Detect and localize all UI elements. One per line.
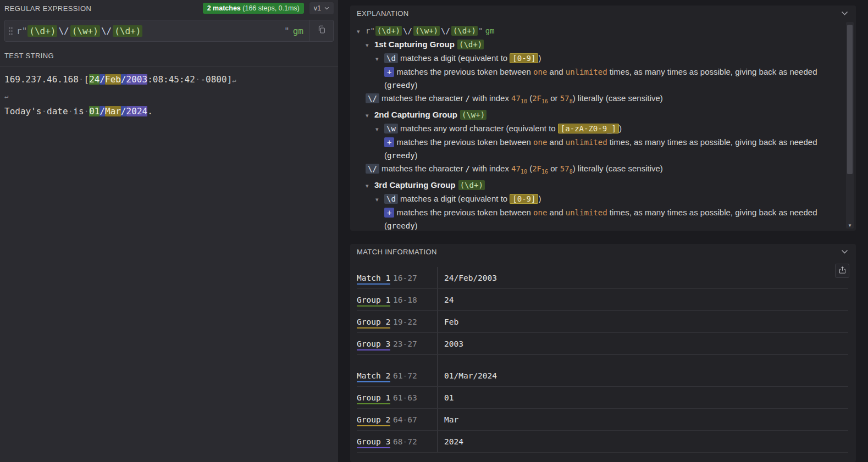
drag-grip-icon[interactable] — [8, 26, 13, 36]
group-row[interactable]: Group 116-1824 — [357, 289, 848, 311]
row-label: Match 2 — [357, 371, 393, 380]
match-row[interactable]: Match 261-7201/Mar/2024 — [357, 365, 848, 387]
explanation-line[interactable]: ▾r"(\d+)\/(\w+)\/(\d+)" gm — [357, 24, 837, 38]
chevron-down-icon[interactable] — [841, 249, 848, 254]
seg-num: one — [533, 68, 547, 76]
explanation-line[interactable]: + matches the previous token between one… — [357, 206, 837, 231]
row-label-text: Group 1 — [357, 296, 390, 307]
seg-num: unlimited — [566, 68, 607, 76]
regex-input[interactable]: r" (\d+)\/(\w+)\/(\d+) " gm — [4, 20, 334, 42]
group-row[interactable]: Group 323-272003 — [357, 333, 848, 355]
explanation-card: EXPLANATION ▾r"(\d+)\/(\w+)\/(\d+)" gm▾1… — [350, 5, 856, 231]
seg-p: :08:45:42 — [147, 74, 195, 85]
version-selector[interactable]: v1 — [309, 2, 334, 14]
collapse-arrow-icon[interactable]: ▾ — [375, 193, 384, 206]
seg-tok: \d — [384, 194, 398, 204]
explanation-title: EXPLANATION — [357, 9, 408, 18]
group-row[interactable]: Group 161-6301 — [357, 387, 848, 409]
row-label-text: Group 2 — [357, 318, 390, 329]
group-row[interactable]: Group 264-67Mar — [357, 409, 848, 431]
explanation-line[interactable]: + matches the previous token between one… — [357, 65, 837, 92]
match-information-header[interactable]: MATCH INFORMATION — [350, 244, 856, 259]
seg-num: 47 — [511, 164, 521, 173]
seg-p: or — [548, 164, 560, 173]
collapse-arrow-icon[interactable]: ▾ — [366, 38, 374, 52]
seg-grp: (\d+) — [458, 180, 485, 190]
explanation-line[interactable]: ▾\d matches a digit (equivalent to [0-9]… — [357, 52, 837, 65]
seg-tokq: + — [384, 208, 394, 218]
row-left: Group 323-27 — [357, 333, 437, 354]
seg-b: 3rd Capturing Group — [374, 180, 458, 190]
collapse-arrow-icon[interactable]: ▾ — [375, 123, 384, 136]
explanation-header[interactable]: EXPLANATION — [350, 5, 856, 21]
explanation-scrollbar[interactable]: ▼ — [846, 22, 854, 229]
scrollbar-thumb[interactable] — [847, 25, 853, 174]
seg-p: . — [147, 106, 153, 116]
row-label-text: Match 2 — [357, 371, 390, 382]
seg-g3: 2003 — [126, 74, 148, 85]
row-span-range: 61-72 — [393, 371, 437, 380]
row-label-text: Group 3 — [357, 339, 390, 350]
explanation-line[interactable]: \/ matches the character / with index 47… — [357, 92, 837, 108]
row-label: Group 3 — [357, 339, 393, 348]
seg-b: 2nd Capturing Group — [374, 110, 460, 119]
match-count-detail: (166 steps, 0.1ms) — [241, 4, 300, 12]
scrollbar-down-arrow-icon[interactable]: ▼ — [846, 223, 854, 228]
row-label: Match 1 — [357, 274, 393, 282]
group-row[interactable]: Group 219-22Feb — [357, 311, 848, 333]
explanation-line[interactable]: \/ matches the character / with index 47… — [357, 162, 837, 179]
regex-header: REGULAR EXPRESSION 2 matches (166 steps,… — [0, 0, 338, 16]
seg-m: / — [121, 106, 126, 116]
seg-p: or — [548, 93, 560, 103]
regex-flags[interactable]: gm — [293, 26, 303, 36]
seg-esc: \/ — [101, 26, 112, 36]
explanation-line[interactable]: ▾3rd Capturing Group (\d+) — [357, 179, 837, 192]
seg-g2: Feb — [105, 74, 121, 85]
explanation-line[interactable]: ▾\d matches a digit (equivalent to [0-9]… — [357, 192, 837, 206]
regex-panel-title: REGULAR EXPRESSION — [4, 4, 197, 13]
test-string-editor[interactable]: 169.237.46.168·[24/Feb/2003:08:45:42·-08… — [0, 66, 338, 124]
seg-p: matches a digit (equivalent to — [398, 53, 510, 63]
collapse-arrow-icon[interactable]: ▾ — [366, 179, 374, 192]
seg-p: with index — [470, 93, 511, 103]
seg-p: matches the character — [379, 164, 466, 173]
seg-grp: (\w+) — [413, 26, 440, 36]
chevron-down-icon[interactable] — [841, 11, 848, 15]
row-match-value: 01/Mar/2024 — [437, 365, 848, 386]
explanation-line[interactable]: + matches the previous token between one… — [357, 136, 837, 162]
copy-regex-button[interactable] — [309, 20, 333, 41]
regex-right-controls: " gm — [284, 20, 333, 41]
seg-num: 2F — [532, 164, 541, 173]
version-label: v1 — [314, 4, 321, 12]
collapse-arrow-icon[interactable]: ▾ — [366, 109, 374, 122]
seg-p: and — [547, 67, 565, 76]
row-left: Group 368-72 — [357, 431, 437, 452]
test-string-title: TEST STRING — [4, 52, 54, 60]
seg-mono: greedy — [387, 221, 415, 230]
row-left: Match 261-72 — [357, 365, 437, 386]
row-match-value: 24/Feb/2003 — [437, 267, 848, 288]
explanation-line[interactable]: ▾2nd Capturing Group (\w+) — [357, 108, 837, 122]
explanation-line[interactable]: ▾1st Capturing Group (\d+) — [357, 38, 837, 52]
group-row[interactable]: Group 368-722024 — [357, 431, 848, 453]
collapse-arrow-icon[interactable]: ▾ — [357, 25, 366, 38]
seg-p: 169.237.46.168 — [4, 74, 79, 85]
seg-p: ( — [527, 93, 532, 103]
row-match-value: 2024 — [437, 431, 848, 452]
row-match-value: 24 — [437, 289, 848, 310]
row-left: Group 219-22 — [357, 311, 437, 332]
explanation-line[interactable]: ▾\w matches any word character (equivale… — [357, 122, 837, 136]
seg-m: / — [121, 74, 126, 85]
seg-grp: (\w+) — [460, 110, 486, 120]
seg-esc: \/ — [58, 26, 69, 36]
seg-p: ) literally (case sensitive) — [573, 164, 663, 173]
match-count-badge: 2 matches (166 steps, 0.1ms) — [203, 3, 304, 14]
editor-column: REGULAR EXPRESSION 2 matches (166 steps,… — [0, 0, 338, 462]
regex-pattern: (\d+)\/(\w+)\/(\d+) — [27, 26, 143, 36]
export-matches-button[interactable] — [835, 264, 849, 278]
seg-p: ) — [619, 124, 622, 133]
match-row[interactable]: Match 116-2724/Feb/2003 — [357, 267, 848, 289]
row-label: Group 2 — [357, 415, 393, 424]
collapse-arrow-icon[interactable]: ▾ — [375, 52, 384, 65]
seg-mono: / — [466, 164, 470, 173]
